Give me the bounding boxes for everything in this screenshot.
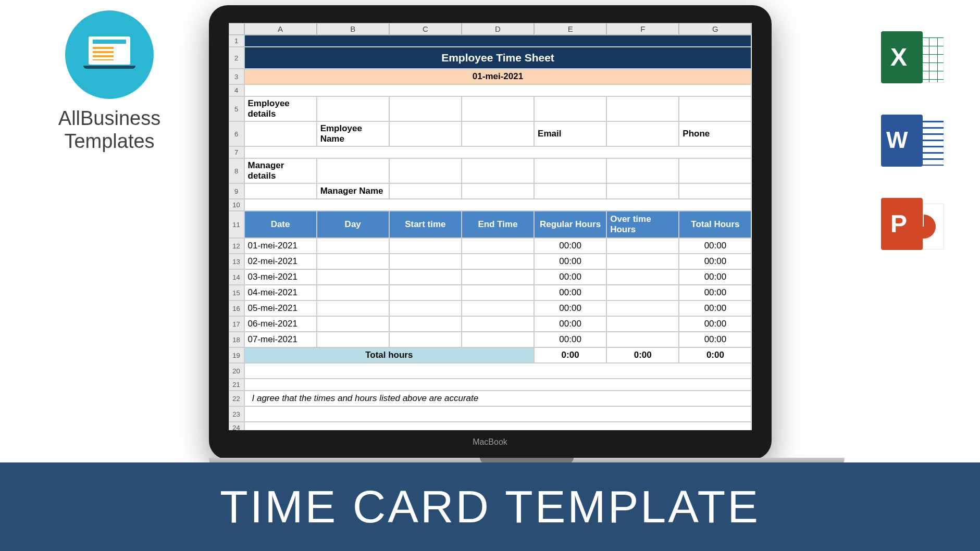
cell-date: 01-mei-2021 <box>244 238 317 254</box>
sheet-title: Employee Time Sheet <box>244 47 752 69</box>
brand-logo-icon <box>65 10 154 99</box>
manager-details-label: Manager details <box>244 158 317 183</box>
word-icon <box>881 115 944 172</box>
employee-details-label: Employee details <box>244 96 317 121</box>
header-start: Start time <box>389 211 462 238</box>
grid-body: 1 2 Employee Time Sheet 3 01-mei-2021 4 … <box>229 35 752 430</box>
brand-logo-area: AllBusinessTemplates <box>47 10 172 153</box>
col-c: C <box>389 23 462 35</box>
cell-date: 07-mei-2021 <box>244 332 317 347</box>
template-title: TIME CARD TEMPLATE <box>220 480 760 533</box>
cell-date: 03-mei-2021 <box>244 269 317 285</box>
total-overtime: 0:00 <box>606 347 679 363</box>
cell-date: 06-mei-2021 <box>244 316 317 332</box>
powerpoint-icon <box>881 198 944 255</box>
manager-name-label: Manager Name <box>317 183 389 199</box>
email-label: Email <box>534 121 606 146</box>
total-regular: 0:00 <box>534 347 606 363</box>
title-banner: TIME CARD TEMPLATE <box>0 462 980 551</box>
col-d: D <box>462 23 534 35</box>
header-date: Date <box>244 211 317 238</box>
column-headers: A B C D E F G <box>229 23 752 35</box>
col-a: A <box>244 23 317 35</box>
brand-name: AllBusinessTemplates <box>47 107 172 153</box>
agreement-text: I agree that the times and hours listed … <box>244 391 752 406</box>
col-f: F <box>606 23 679 35</box>
file-format-icons <box>881 31 944 255</box>
laptop-mockup: A B C D E F G 1 2 Employee Tim <box>209 5 772 471</box>
period-date: 01-mei-2021 <box>244 69 752 84</box>
header-total: Total Hours <box>679 211 751 238</box>
header-end: End Time <box>462 211 534 238</box>
col-b: B <box>317 23 389 35</box>
employee-name-label: Employee Name <box>317 121 389 146</box>
col-e: E <box>534 23 606 35</box>
cell-date: 04-mei-2021 <box>244 285 317 300</box>
header-day: Day <box>317 211 389 238</box>
macbook-label: MacBook <box>229 430 752 447</box>
total-all: 0:00 <box>679 347 751 363</box>
cell-date: 05-mei-2021 <box>244 300 317 316</box>
excel-icon <box>881 31 944 89</box>
spreadsheet: A B C D E F G 1 2 Employee Tim <box>229 23 752 430</box>
col-g: G <box>679 23 751 35</box>
header-regular: Regular Hours <box>534 211 606 238</box>
phone-label: Phone <box>679 121 751 146</box>
cell-date: 02-mei-2021 <box>244 254 317 269</box>
total-hours-label: Total hours <box>244 347 535 363</box>
header-overtime: Over time Hours <box>606 211 679 238</box>
